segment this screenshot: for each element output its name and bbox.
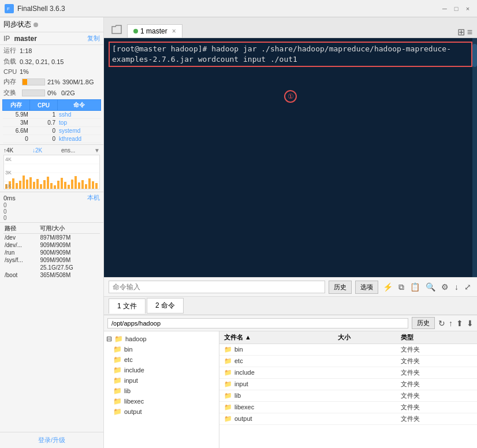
proc-col-cmd: 命令 <box>57 100 100 111</box>
maximize-button[interactable]: □ <box>452 4 461 13</box>
process-row: 5.9M 1 sshd <box>3 111 101 119</box>
copy-button[interactable]: 复制 <box>87 34 100 43</box>
svg-rect-7 <box>12 178 14 189</box>
fm-path-input[interactable] <box>107 318 408 328</box>
disk-col-path: 路径 <box>3 224 39 234</box>
tree-label-hadoop: hadoop <box>125 335 147 342</box>
proc-mem: 5.9M <box>3 111 30 119</box>
load-value: 0.32, 0.21, 0.15 <box>20 58 64 65</box>
lightning-icon[interactable]: ⚡ <box>382 281 394 293</box>
swap-progress-bg <box>22 89 45 96</box>
disk-row: /run 900M/909M <box>3 249 100 256</box>
proc-col-cpu: CPU <box>30 100 57 111</box>
list-icon[interactable]: ≡ <box>467 27 472 38</box>
svg-rect-30 <box>92 181 94 189</box>
fm-up-icon[interactable]: ↑ <box>449 319 453 328</box>
fullscreen-icon[interactable]: ⤢ <box>463 281 472 293</box>
latency-num-1: 0 <box>3 202 7 208</box>
file-row[interactable]: 📁bin 文件夹 <box>219 344 477 356</box>
folder-icon-tab[interactable] <box>109 21 125 38</box>
download-icon[interactable]: ↓ <box>453 281 460 293</box>
titlebar: F FinalShell 3.6.3 ─ □ × <box>0 0 477 17</box>
file-name: 📁input <box>219 379 333 390</box>
tree-folder-icon-input: 📁 <box>113 376 122 384</box>
file-size <box>333 390 396 402</box>
fm-col-name[interactable]: 文件名 ▲ <box>219 331 333 344</box>
minimize-button[interactable]: ─ <box>440 4 449 13</box>
options-button[interactable]: 选项 <box>355 281 378 294</box>
tree-item-libexec[interactable]: 📁 libexec <box>104 396 219 406</box>
process-row: 6.6M 0 systemd <box>3 127 101 135</box>
disk-row: 25.1G/27.5G <box>3 264 100 271</box>
tree-item-etc[interactable]: 📁 etc <box>104 354 219 365</box>
proc-cmd: kthreadd <box>57 135 100 143</box>
terminal-tab[interactable]: 1 master × <box>127 24 182 38</box>
terminal-area[interactable]: [root@master hadoop]# hadoop jar ./share… <box>104 38 477 277</box>
tree-item-include[interactable]: 📁 include <box>104 365 219 375</box>
svg-rect-11 <box>26 180 28 189</box>
tree-folder-icon-lib: 📁 <box>113 387 122 395</box>
svg-rect-29 <box>88 178 91 189</box>
close-button[interactable]: × <box>463 4 472 13</box>
file-row[interactable]: 📁input 文件夹 <box>219 379 477 390</box>
fm-refresh-icon[interactable]: ↻ <box>438 319 445 328</box>
disk-section: 路径 可用/大小 /dev 897M/897M /dev/... 909M/90… <box>0 222 103 280</box>
file-row[interactable]: 📁include 文件夹 <box>219 367 477 379</box>
terminal-scrollbar[interactable] <box>472 38 477 277</box>
chart-dropdown-icon[interactable]: ▼ <box>94 147 100 154</box>
network-chart-svg <box>4 155 99 189</box>
copy-terminal-icon[interactable]: ⧉ <box>397 281 405 293</box>
file-row[interactable]: 📁libexec 文件夹 <box>219 402 477 413</box>
login-link[interactable]: 登录/升级 <box>38 436 65 443</box>
tree-item-lib[interactable]: 📁 lib <box>104 386 219 396</box>
fm-col-type[interactable]: 类型 <box>396 331 477 344</box>
disk-path: /sys/f... <box>3 256 39 264</box>
tree-item-output[interactable]: 📁 output <box>104 406 219 417</box>
tab-close-icon[interactable]: × <box>172 27 176 35</box>
proc-cpu: 1 <box>30 111 57 119</box>
command-input[interactable] <box>109 281 325 293</box>
history-button[interactable]: 历史 <box>329 281 352 294</box>
file-row[interactable]: 📁lib 文件夹 <box>219 390 477 402</box>
tree-item-bin[interactable]: 📁 bin <box>104 344 219 354</box>
disk-row: /dev 897M/897M <box>3 234 100 242</box>
grid-icon[interactable]: ⊞ <box>457 27 465 38</box>
sync-label: 同步状态 <box>3 20 31 29</box>
settings-icon[interactable]: ⚙ <box>440 281 450 293</box>
terminal-scrollbar-thumb[interactable] <box>472 44 477 67</box>
file-row[interactable]: 📁output 文件夹 <box>219 413 477 425</box>
file-row[interactable]: 📁etc 文件夹 <box>219 356 477 367</box>
svg-rect-15 <box>40 184 42 189</box>
process-table: 内存 CPU 命令 5.9M 1 sshd 3M 0.7 top 6.6M 0 … <box>2 99 101 143</box>
tree-item-input[interactable]: 📁 input <box>104 375 219 386</box>
tree-item-hadoop[interactable]: ⊟ 📁 hadoop <box>104 334 219 344</box>
tree-folder-icon: 📁 <box>114 335 123 343</box>
proc-mem: 0 <box>3 135 30 143</box>
fm-download-icon[interactable]: ⬇ <box>467 319 474 328</box>
chart-up-label: ↑4K <box>3 147 13 154</box>
tab-files[interactable]: 1 文件 <box>109 298 146 313</box>
file-name: 📁output <box>219 413 333 425</box>
fm-upload-icon[interactable]: ⬆ <box>456 319 463 328</box>
run-time-row: 运行 1:18 <box>0 45 103 56</box>
tree-label-etc: etc <box>124 356 133 363</box>
proc-cpu: 0 <box>30 135 57 143</box>
swap-label: 交换 <box>3 88 20 97</box>
svg-rect-12 <box>29 177 32 189</box>
mem-label: 内存 <box>3 77 20 86</box>
proc-cmd: systemd <box>57 127 100 135</box>
file-type: 文件夹 <box>396 379 477 390</box>
disk-size: 909M/909M <box>39 256 100 264</box>
mem-value: 390M/1.8G <box>62 79 94 85</box>
disk-path: /boot <box>3 271 39 279</box>
latency-num-3: 0 <box>3 215 7 221</box>
svg-rect-21 <box>61 178 63 189</box>
tab-status-dot <box>133 29 138 33</box>
run-label: 运行 <box>3 46 20 55</box>
search-icon[interactable]: 🔍 <box>424 281 437 293</box>
fm-history-button[interactable]: 历史 <box>412 317 435 329</box>
paste-icon[interactable]: 📋 <box>409 281 421 293</box>
tab-commands[interactable]: 2 命令 <box>147 298 184 313</box>
fm-col-size[interactable]: 大小 <box>333 331 396 344</box>
bottom-tabs: 1 文件 2 命令 <box>104 297 477 315</box>
